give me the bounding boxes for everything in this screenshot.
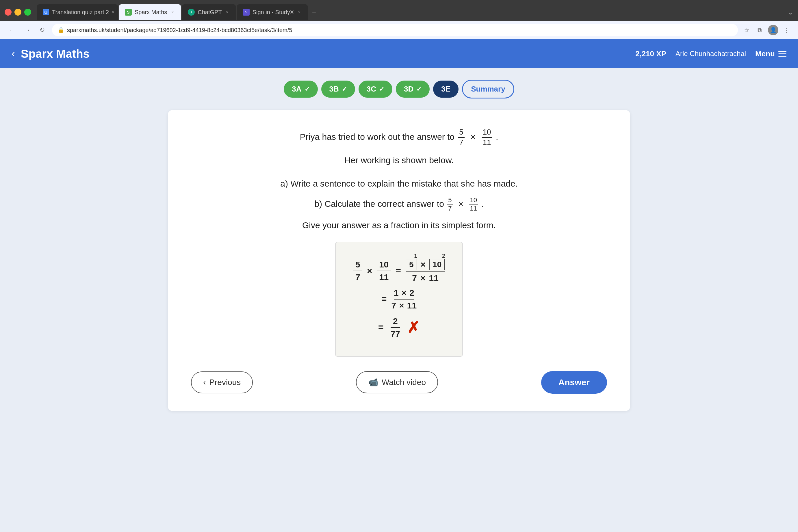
- tab3-close[interactable]: ×: [225, 10, 230, 15]
- browser-tab-2[interactable]: S Sparx Maths ×: [119, 4, 181, 20]
- answer-label: Answer: [558, 378, 590, 387]
- user-name: Arie Chunhachatrachai: [675, 50, 746, 58]
- new-tab-button[interactable]: +: [309, 7, 319, 17]
- rhs-num: 10: [377, 259, 391, 271]
- inline-math-1: 5 7 × 10 11: [457, 132, 496, 141]
- equals-1: =: [395, 265, 401, 276]
- sparx-tab-icon: S: [125, 9, 132, 16]
- frac2-num: 10: [482, 127, 492, 138]
- profile-avatar[interactable]: 👤: [768, 25, 778, 35]
- url-bar[interactable]: 🔒 sparxmaths.uk/student/package/ad719602…: [52, 24, 738, 36]
- step2-times2: ×: [399, 301, 404, 310]
- browser-tab-3[interactable]: ✦ ChatGPT ×: [182, 4, 236, 20]
- previous-label: Previous: [209, 378, 241, 387]
- lhs-num: 5: [353, 259, 363, 271]
- maximize-button[interactable]: [24, 9, 31, 16]
- step2-numerator: 1 × 2: [394, 288, 414, 300]
- back-nav-button[interactable]: ←: [7, 25, 17, 35]
- browser-tab-4[interactable]: S Sign in - StudyX ×: [237, 4, 308, 20]
- previous-button[interactable]: ‹ Previous: [191, 372, 253, 393]
- prev-chevron: ‹: [203, 378, 206, 387]
- tab-3a-check: ✓: [304, 86, 310, 93]
- times-2: ×: [421, 260, 426, 269]
- tab1-close[interactable]: ×: [112, 10, 114, 15]
- minimize-button[interactable]: [15, 9, 21, 16]
- browser-tab-1[interactable]: G Translation quiz part 2 ×: [37, 4, 118, 20]
- final-den: 77: [388, 328, 403, 340]
- answer-button[interactable]: Answer: [541, 371, 607, 394]
- tab3-label: ChatGPT: [198, 9, 222, 16]
- question-intro: Priya has tried to work out the answer t…: [191, 127, 607, 148]
- chatgpt-tab-icon: ✦: [188, 9, 195, 16]
- step2-denominator: 7 × 11: [391, 300, 417, 310]
- fraction-10-11: 10 11: [482, 127, 492, 148]
- close-button[interactable]: [5, 9, 12, 16]
- working-row-3: = 2 77 ✗: [353, 315, 445, 340]
- boxed-5: 5: [406, 259, 417, 270]
- tab-3d-label: 3D: [404, 84, 413, 94]
- tab-3c-check: ✓: [379, 86, 384, 93]
- boxed-10: 10: [429, 259, 445, 270]
- watch-video-button[interactable]: 📹 Watch video: [356, 371, 438, 393]
- tab-summary-label: Summary: [471, 84, 505, 94]
- part-a-text: a) Write a sentence to explain the mista…: [191, 176, 607, 191]
- tab-3e[interactable]: 3E: [433, 80, 459, 98]
- intro-text: Priya has tried to work out the answer t…: [300, 132, 454, 141]
- boxed-10-container: 2 10: [429, 259, 445, 270]
- working-box: 5 7 × 10 11 =: [335, 242, 463, 357]
- forward-nav-button[interactable]: →: [22, 25, 32, 35]
- part-b-end: .: [481, 199, 483, 209]
- working-area: 5 7 × 10 11 =: [191, 242, 607, 357]
- tab-bar: G Translation quiz part 2 × S Sparx Math…: [0, 0, 798, 21]
- step2-den1: 7: [391, 301, 396, 310]
- part-b-frac2-den: 11: [469, 205, 478, 213]
- times-3: ×: [420, 273, 426, 283]
- tab2-close[interactable]: ×: [170, 10, 175, 15]
- tab-3c[interactable]: 3C ✓: [358, 80, 392, 98]
- frac1-num: 5: [458, 127, 464, 138]
- refresh-nav-button[interactable]: ↻: [37, 25, 48, 35]
- intro-end: .: [496, 132, 498, 141]
- address-bar-actions: ☆ ⧉ 👤 ⋮: [743, 25, 791, 35]
- tab-overflow-button[interactable]: ⌄: [787, 8, 793, 16]
- tab-summary[interactable]: Summary: [462, 80, 514, 98]
- step2-fraction: 1 × 2 7 × 11: [391, 288, 417, 310]
- menu-button[interactable]: Menu: [755, 50, 786, 58]
- frac2-den: 11: [482, 138, 492, 148]
- tab-3d[interactable]: 3D ✓: [396, 80, 430, 98]
- cross-mark: ✗: [407, 319, 420, 336]
- more-options-icon[interactable]: ⋮: [782, 26, 791, 34]
- step2-times: ×: [402, 288, 407, 298]
- fraction-5-7: 5 7: [458, 127, 464, 148]
- bookmark-icon[interactable]: ☆: [743, 26, 751, 34]
- traffic-lights: [5, 9, 31, 16]
- step2-den2: 11: [407, 301, 416, 310]
- video-icon: 📹: [368, 378, 378, 387]
- extensions-icon[interactable]: ⧉: [755, 26, 764, 34]
- tab-3a-label: 3A: [292, 84, 301, 94]
- step2-num2: 2: [409, 288, 414, 298]
- working-row-2: = 1 × 2 7 × 11: [353, 288, 445, 310]
- content-area: 3A ✓ 3B ✓ 3C ✓ 3D ✓ 3E Summary: [0, 68, 798, 532]
- step1-denominator: 7 × 11: [412, 272, 439, 283]
- header-right: 2,210 XP Arie Chunhachatrachai Menu: [635, 50, 786, 58]
- back-button[interactable]: ‹: [12, 48, 15, 60]
- part-b-frac1: 5 7: [447, 196, 452, 213]
- step1-fraction: 1 5 × 2 10 7: [406, 259, 445, 283]
- tab4-close[interactable]: ×: [297, 10, 302, 15]
- tab-3c-label: 3C: [367, 84, 376, 94]
- part-b-frac1-den: 7: [447, 205, 452, 213]
- tab-3b[interactable]: 3B ✓: [321, 80, 355, 98]
- boxed-5-container: 1 5: [406, 259, 417, 270]
- lhs-fraction: 5 7: [353, 259, 363, 283]
- xp-display: 2,210 XP: [635, 50, 666, 58]
- step2-num1: 1: [394, 288, 399, 298]
- question-card: Priya has tried to work out the answer t…: [168, 110, 630, 411]
- tab-3a[interactable]: 3A ✓: [284, 80, 317, 98]
- simplest-form-text: Give your answer as a fraction in its si…: [191, 217, 607, 233]
- part-b-frac1-num: 5: [447, 196, 452, 205]
- studyx-tab-icon: S: [243, 9, 249, 16]
- tab4-label: Sign in - StudyX: [253, 9, 294, 16]
- equals-3: =: [378, 322, 384, 333]
- part-b-frac2: 10 11: [469, 196, 478, 213]
